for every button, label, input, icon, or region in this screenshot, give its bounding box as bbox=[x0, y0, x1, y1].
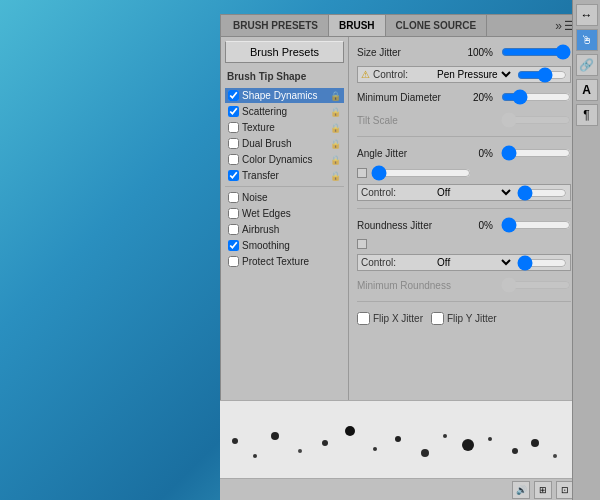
pen-pressure-slider[interactable] bbox=[517, 69, 567, 81]
chk-transfer[interactable] bbox=[228, 170, 239, 181]
brush-item-label-airbrush: Airbrush bbox=[242, 224, 279, 235]
svg-point-14 bbox=[531, 439, 539, 447]
brush-item-label-wet-edges: Wet Edges bbox=[242, 208, 291, 219]
brush-item-label-dual-brush: Dual Brush bbox=[242, 138, 291, 149]
chk-flip-y[interactable] bbox=[431, 312, 444, 325]
svg-point-15 bbox=[553, 454, 557, 458]
roundness-control-dropdown: Control: Off Fade Pen Pressure Pen Tilt bbox=[357, 254, 571, 271]
brush-item-shape-dynamics[interactable]: Shape Dynamics 🔒 bbox=[225, 88, 344, 103]
brush-item-airbrush[interactable]: Airbrush bbox=[225, 222, 344, 237]
min-diameter-value: 20% bbox=[461, 92, 493, 103]
chk-shape-dynamics[interactable] bbox=[228, 90, 239, 101]
roundness-indicator bbox=[357, 239, 367, 249]
control-pen-pressure-row: ⚠ Control: Pen Pressure Off Fade Pen Til… bbox=[357, 66, 571, 83]
brush-item-label-scattering: Scattering bbox=[242, 106, 287, 117]
roundness-jitter-slider[interactable] bbox=[501, 219, 571, 231]
brush-item-label-transfer: Transfer bbox=[242, 170, 279, 181]
angle-jitter-slider[interactable] bbox=[501, 147, 571, 159]
min-diameter-slider[interactable] bbox=[501, 91, 571, 103]
tab-clone-source[interactable]: Clone Source bbox=[386, 15, 488, 36]
min-roundness-label: Minimum Roundness bbox=[357, 280, 451, 291]
separator-right-1 bbox=[357, 136, 571, 137]
brush-item-scattering[interactable]: Scattering 🔒 bbox=[225, 104, 344, 119]
brush-item-label-smoothing: Smoothing bbox=[242, 240, 290, 251]
chk-texture[interactable] bbox=[228, 122, 239, 133]
brush-item-smoothing[interactable]: Smoothing bbox=[225, 238, 344, 253]
tilt-scale-label: Tilt Scale bbox=[357, 115, 447, 126]
angle-control-select[interactable]: Off Fade Pen Pressure Pen Tilt bbox=[433, 186, 514, 199]
roundness-control-select[interactable]: Off Fade Pen Pressure Pen Tilt bbox=[433, 256, 514, 269]
chk-noise[interactable] bbox=[228, 192, 239, 203]
preview-icon-speaker[interactable]: 🔊 bbox=[512, 481, 530, 499]
chk-wet-edges[interactable] bbox=[228, 208, 239, 219]
flip-y-label[interactable]: Flip Y Jitter bbox=[431, 312, 497, 325]
svg-point-3 bbox=[271, 432, 279, 440]
chk-smoothing[interactable] bbox=[228, 240, 239, 251]
chk-airbrush[interactable] bbox=[228, 224, 239, 235]
size-jitter-value: 100% bbox=[461, 47, 493, 58]
min-diameter-label: Minimum Diameter bbox=[357, 92, 447, 103]
chk-color-dynamics[interactable] bbox=[228, 154, 239, 165]
lock-icon-transfer: 🔒 bbox=[330, 171, 341, 181]
svg-point-9 bbox=[421, 449, 429, 457]
svg-point-12 bbox=[488, 437, 492, 441]
flip-checkboxes: Flip X Jitter Flip Y Jitter bbox=[357, 309, 571, 328]
brush-item-label-color-dynamics: Color Dynamics bbox=[242, 154, 313, 165]
rt-icon-5[interactable]: ¶ bbox=[576, 104, 598, 126]
tab-brush-presets[interactable]: Brush Presets bbox=[223, 15, 329, 36]
lock-icon-scattering: 🔒 bbox=[330, 107, 341, 117]
svg-point-7 bbox=[373, 447, 377, 451]
preview-canvas bbox=[220, 401, 580, 479]
angle-slider[interactable] bbox=[371, 167, 471, 179]
svg-point-1 bbox=[232, 438, 238, 444]
roundness-jitter-value: 0% bbox=[461, 220, 493, 231]
lock-icon-dual-brush: 🔒 bbox=[330, 139, 341, 149]
min-roundness-row: Minimum Roundness bbox=[357, 276, 571, 294]
chk-flip-x[interactable] bbox=[357, 312, 370, 325]
brush-list: Shape Dynamics 🔒 Scattering 🔒 Texture 🔒 … bbox=[225, 88, 344, 269]
angle-jitter-value: 0% bbox=[461, 148, 493, 159]
rt-icon-3[interactable]: 🔗 bbox=[576, 54, 598, 76]
angle-control-row bbox=[357, 167, 571, 179]
tab-brush[interactable]: Brush bbox=[329, 15, 386, 36]
brush-item-texture[interactable]: Texture 🔒 bbox=[225, 120, 344, 135]
preview-icon-grid[interactable]: ⊞ bbox=[534, 481, 552, 499]
brush-item-label-shape-dynamics: Shape Dynamics bbox=[242, 90, 318, 101]
roundness-ctrl-slider[interactable] bbox=[517, 257, 567, 269]
brush-item-transfer[interactable]: Transfer 🔒 bbox=[225, 168, 344, 183]
control-pen-select[interactable]: Pen Pressure Off Fade Pen Tilt bbox=[433, 68, 514, 81]
flip-x-label[interactable]: Flip X Jitter bbox=[357, 312, 423, 325]
tab-extra-expand[interactable]: » bbox=[555, 19, 562, 33]
svg-point-6 bbox=[345, 426, 355, 436]
min-diameter-row: Minimum Diameter 20% bbox=[357, 88, 571, 106]
svg-point-10 bbox=[443, 434, 447, 438]
brush-item-color-dynamics[interactable]: Color Dynamics 🔒 bbox=[225, 152, 344, 167]
separator-1 bbox=[225, 186, 344, 187]
roundness-jitter-row: Roundness Jitter 0% bbox=[357, 216, 571, 234]
control-label-pen: Control: bbox=[373, 69, 430, 80]
angle-ctrl-slider[interactable] bbox=[517, 187, 567, 199]
brush-presets-button[interactable]: Brush Presets bbox=[225, 41, 344, 63]
svg-point-13 bbox=[512, 448, 518, 454]
chk-protect-texture[interactable] bbox=[228, 256, 239, 267]
min-roundness-slider[interactable] bbox=[501, 279, 571, 291]
roundness-indicator-row bbox=[357, 239, 571, 249]
chk-dual-brush[interactable] bbox=[228, 138, 239, 149]
rt-icon-2[interactable]: 🖱 bbox=[576, 29, 598, 51]
svg-point-11 bbox=[462, 439, 474, 451]
brush-item-protect-texture[interactable]: Protect Texture bbox=[225, 254, 344, 269]
brush-item-dual-brush[interactable]: Dual Brush 🔒 bbox=[225, 136, 344, 151]
chk-scattering[interactable] bbox=[228, 106, 239, 117]
size-jitter-slider[interactable] bbox=[501, 46, 571, 58]
angle-control-label: Control: bbox=[361, 187, 430, 198]
size-jitter-label: Size Jitter bbox=[357, 47, 447, 58]
tilt-scale-slider[interactable] bbox=[501, 114, 571, 126]
brush-item-label-protect-texture: Protect Texture bbox=[242, 256, 309, 267]
angle-indicator bbox=[357, 168, 367, 178]
rt-icon-4[interactable]: A bbox=[576, 79, 598, 101]
brush-tip-shape-label: Brush Tip Shape bbox=[225, 69, 344, 84]
brush-item-noise[interactable]: Noise bbox=[225, 190, 344, 205]
rt-icon-1[interactable]: ↔ bbox=[576, 4, 598, 26]
brush-item-wet-edges[interactable]: Wet Edges bbox=[225, 206, 344, 221]
brush-item-label-noise: Noise bbox=[242, 192, 268, 203]
